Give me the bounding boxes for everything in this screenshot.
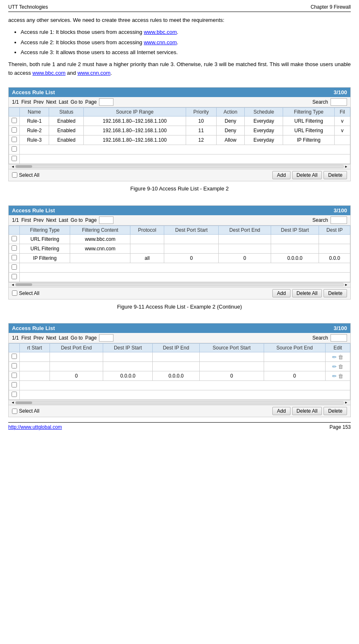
figure2-first[interactable]: First: [21, 217, 31, 223]
f2-row4-check[interactable]: [12, 264, 17, 270]
f2-row3-check[interactable]: [12, 255, 17, 260]
figure2-caption: Figure 9-11 Access Rule List - Example 2…: [8, 303, 351, 311]
figure2-delete-button[interactable]: Delete: [324, 289, 347, 297]
f2-r1-filtering: URL Filtering: [20, 234, 70, 244]
row4-check[interactable]: [12, 146, 17, 152]
f3-r2-die: [153, 362, 200, 371]
figure3-search-input[interactable]: [331, 334, 347, 342]
delete-icon-1[interactable]: 🗑: [338, 354, 343, 360]
figure2-last[interactable]: Last: [59, 217, 68, 223]
scroll-left-arrow[interactable]: ◄: [10, 164, 15, 169]
row2-check[interactable]: [12, 127, 17, 133]
figure3-header: Access Rule List 3/100: [9, 323, 350, 333]
figure1-first[interactable]: First: [21, 99, 31, 105]
figure3-delete-all-button[interactable]: Delete All: [292, 407, 322, 415]
f2-row5-check[interactable]: [12, 274, 17, 279]
f3-row2-check[interactable]: [12, 363, 17, 368]
figure1-last[interactable]: Last: [59, 99, 68, 105]
header-right: Chapter 9 Firewall: [311, 4, 351, 10]
f2-r2-protocol: [130, 244, 164, 253]
figure2-table: Filtering Type Filtering Content Protoco…: [9, 226, 350, 282]
rule1-status: Enabled: [49, 116, 84, 126]
f3-row4-check[interactable]: [12, 382, 17, 387]
f3-scroll-right[interactable]: ►: [344, 400, 349, 405]
figure3-title: Access Rule List: [12, 325, 55, 331]
figure1-prev[interactable]: Prev: [33, 99, 44, 105]
cnn-link-2[interactable]: www.cnn.com: [78, 70, 111, 76]
footer-link[interactable]: http://www.uttglobal.com: [8, 424, 62, 430]
f2-scroll-track[interactable]: [15, 283, 344, 286]
delete-icon-2[interactable]: 🗑: [338, 364, 343, 370]
figure3-delete-button[interactable]: Delete: [324, 407, 347, 415]
row3-check[interactable]: [12, 137, 17, 142]
figure1-caption: Figure 9-10 Access Rule List - Example 2: [8, 185, 351, 193]
figure1-scrollbar[interactable]: ◄ ►: [9, 164, 350, 169]
f2-row2-check[interactable]: [12, 245, 17, 251]
bullet-list: Access rule 1: It blocks those users fro…: [21, 28, 351, 57]
figure3-next[interactable]: Next: [46, 335, 57, 341]
f3-r1-spe: [264, 352, 326, 362]
f2-r2-di: [319, 244, 350, 253]
col3-spe: Source Port End: [264, 344, 326, 352]
figure2-search-input[interactable]: [331, 216, 347, 224]
edit-icon-1[interactable]: ✏: [332, 354, 337, 360]
rule1-priority: 10: [186, 116, 216, 126]
f2-row1-check[interactable]: [12, 236, 17, 241]
figure1-next[interactable]: Next: [46, 99, 57, 105]
figure1-search-input[interactable]: [331, 98, 347, 106]
figure3-last[interactable]: Last: [59, 335, 68, 341]
select-all-label-1: Select All: [19, 172, 39, 178]
f3-row5-check[interactable]: [12, 392, 17, 397]
bbc-link-1[interactable]: www.bbc.com: [144, 29, 177, 35]
f2-scroll-left[interactable]: ◄: [10, 282, 15, 287]
figure1-add-button[interactable]: Add: [272, 171, 290, 179]
select-all-check-1[interactable]: [12, 172, 17, 178]
rule2-priority: 11: [186, 126, 216, 135]
figure3-prev[interactable]: Prev: [33, 335, 44, 341]
bullet-item-1: Access rule 1: It blocks those users fro…: [21, 28, 351, 37]
figure2-next[interactable]: Next: [46, 217, 57, 223]
figure3-scrollbar[interactable]: ◄ ►: [9, 400, 350, 405]
col3-check: [9, 344, 20, 352]
f3-r2-rts: [20, 362, 50, 371]
table-row: ✏ 🗑: [9, 352, 350, 362]
figure2-add-button[interactable]: Add: [272, 289, 290, 297]
table-row: [9, 263, 350, 272]
figure1-page-input[interactable]: [99, 98, 113, 106]
figure3-page-input[interactable]: [99, 334, 113, 342]
table-row: [9, 381, 350, 390]
bbc-link-2[interactable]: www.bbc.com: [33, 70, 66, 76]
figure2-panel: Access Rule List 3/100 1/1 First Prev Ne…: [8, 205, 351, 299]
f2-scroll-right[interactable]: ►: [344, 282, 349, 287]
figure2-scrollbar[interactable]: ◄ ►: [9, 282, 350, 287]
select-all-check-3[interactable]: [12, 409, 17, 414]
figure2-count: 3/100: [333, 207, 347, 214]
figure1-delete-all-button[interactable]: Delete All: [292, 171, 322, 179]
scroll-right-arrow[interactable]: ►: [344, 164, 349, 169]
f2-r1-dpe: [219, 234, 271, 244]
f3-row3-check[interactable]: [12, 373, 17, 378]
figure3-add-button[interactable]: Add: [272, 407, 290, 415]
scroll-track[interactable]: [15, 165, 344, 168]
figure2-delete-all-button[interactable]: Delete All: [292, 289, 322, 297]
edit-icon-3[interactable]: ✏: [332, 373, 337, 379]
cnn-link-1[interactable]: www.cnn.com: [144, 39, 177, 45]
figure3-panel: Access Rule List 3/100 1/1 First Prev Ne…: [8, 323, 351, 417]
figure2-prev[interactable]: Prev: [33, 217, 44, 223]
edit-icon-2[interactable]: ✏: [332, 364, 337, 370]
col3-die: Dest IP End: [153, 344, 200, 352]
f3-scroll-left[interactable]: ◄: [10, 400, 15, 405]
f3-row1-check[interactable]: [12, 354, 17, 359]
delete-icon-3[interactable]: 🗑: [338, 373, 343, 379]
f3-r2-sps: [199, 362, 264, 371]
figure3-first[interactable]: First: [21, 335, 31, 341]
row5-check[interactable]: [12, 156, 17, 161]
figure3-goto-label: Go to: [71, 335, 83, 341]
f2-r1-content: www.bbc.com: [70, 234, 130, 244]
figure1-delete-button[interactable]: Delete: [324, 171, 347, 179]
select-all-check-2[interactable]: [12, 290, 17, 296]
figure2-page-input[interactable]: [99, 216, 113, 224]
row1-check[interactable]: [12, 118, 17, 123]
f3-scroll-track[interactable]: [15, 401, 344, 404]
rule2-action: Deny: [216, 126, 244, 135]
